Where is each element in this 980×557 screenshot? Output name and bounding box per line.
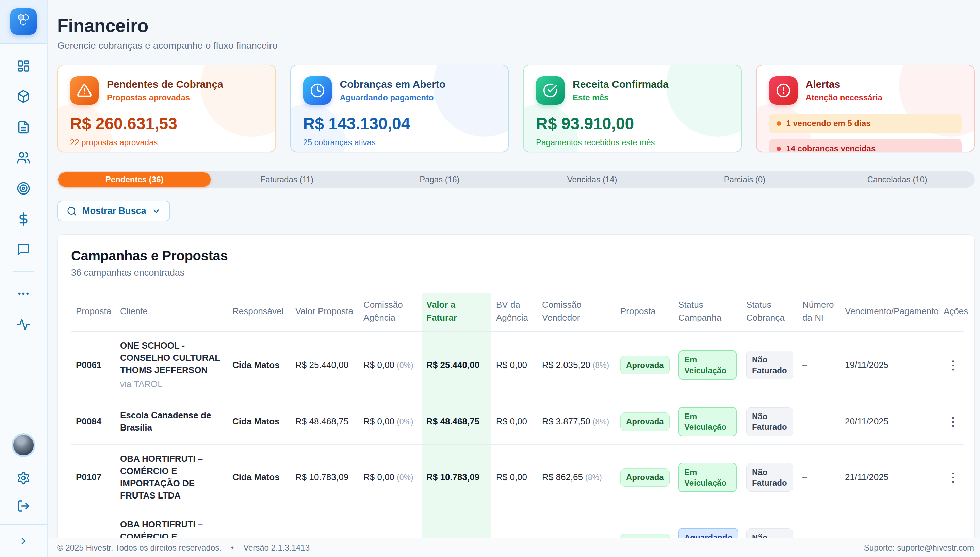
cell-responsavel: Cida Matos — [228, 510, 291, 538]
cell-valor_proposta: R$ 25.440,00 — [291, 331, 359, 399]
comissao-vendedor: R$ 2.035,20 — [542, 360, 590, 370]
tab-pendentes[interactable]: Pendentes (36) — [58, 173, 211, 187]
show-search-button[interactable]: Mostrar Busca — [57, 200, 170, 221]
cell-valor_proposta: R$ 48.468,75 — [291, 399, 359, 445]
cell-cliente: OBA HORTIFRUTI – COMÉRCIO E IMPORTAÇÃO D… — [115, 445, 228, 510]
cell-valor_faturar: R$ 25.440,00 — [421, 331, 492, 399]
bv-agencia: R$ 0,00 — [496, 472, 527, 482]
valor-proposta: R$ 10.783,09 — [296, 472, 348, 482]
valor-a-faturar: R$ 48.468,75 — [426, 416, 479, 427]
footer: © 2025 Hivestr. Todos os direitos reserv… — [47, 538, 980, 557]
card-title: Pendentes de Cobrança — [107, 78, 223, 90]
bv-agencia: R$ 0,00 — [496, 360, 527, 370]
status-tabs: Pendentes (36)Faturadas (11)Pagas (16)Ve… — [57, 171, 975, 188]
cell-valor_faturar: R$ 48.468,75 — [421, 399, 492, 445]
danger-dot-icon — [776, 147, 781, 151]
valor-proposta: R$ 25.440,00 — [296, 360, 348, 370]
cell-status_campanha: Em Veiculação — [673, 445, 742, 510]
document-icon[interactable] — [17, 121, 30, 134]
client-name: OBA HORTIFRUTI – COMÉRCIO E IMPORTAÇÃO D… — [120, 519, 223, 538]
cell-vencimento: 21/11/2025 — [840, 445, 939, 510]
chevron-right-icon[interactable] — [18, 535, 29, 547]
clock-icon — [303, 76, 332, 105]
card-subtitle: Atenção necessária — [806, 93, 882, 103]
status-badge-proposta: Aprovada — [620, 534, 670, 538]
card-footer: 22 propostas aprovadas — [70, 138, 263, 147]
status-badge-campanha: Em Veiculação — [678, 407, 737, 436]
comissao-agencia-pct: (0%) — [397, 473, 413, 482]
cell-status_campanha: Aguardando Material — [673, 510, 742, 538]
settings-icon[interactable] — [17, 471, 30, 485]
card-value: R$ 260.631,53 — [70, 114, 263, 133]
alert-item-warning: 1 vencendo em 5 dias — [769, 114, 962, 133]
logout-icon[interactable] — [17, 499, 30, 513]
sidebar-bottom — [11, 433, 35, 524]
target-icon[interactable] — [17, 182, 30, 195]
column-header-numero_nf: Número da NF — [798, 293, 840, 331]
row-actions-button[interactable]: ⋮ — [944, 414, 963, 429]
dollar-icon[interactable] — [17, 212, 30, 226]
status-badge-campanha: Em Veiculação — [678, 463, 737, 492]
cell-status_campanha: Em Veiculação — [673, 399, 742, 445]
row-actions-button[interactable]: ⋮ — [944, 470, 963, 485]
row-actions-button[interactable]: ⋮ — [944, 536, 963, 538]
cell-status_cobranca: Não Faturado — [742, 331, 798, 399]
activity-icon[interactable] — [17, 318, 30, 331]
cell-comissao_agencia: R$ 0,00(0%) — [359, 445, 421, 510]
numero-nf: – — [802, 416, 807, 427]
card-title: Alertas — [806, 78, 882, 90]
app-logo[interactable] — [10, 8, 37, 35]
status-badge-campanha: Em Veiculação — [678, 350, 737, 379]
card-subtitle: Este mês — [573, 93, 669, 103]
cell-comissao_vendedor: R$ 862,64(8%) — [537, 510, 616, 538]
bv-agencia: R$ 0,00 — [496, 416, 527, 427]
sidebar-collapse-zone — [0, 524, 47, 557]
hexagons-logo-icon — [15, 13, 32, 30]
proposta-id: P0061 — [76, 360, 101, 370]
cell-responsavel: Cida Matos — [228, 445, 291, 510]
tab-vencidas[interactable]: Vencidas (14) — [516, 173, 668, 187]
cell-numero_nf: – — [798, 331, 840, 399]
users-icon[interactable] — [17, 151, 30, 164]
comissao-agencia: R$ 0,00 — [363, 472, 394, 482]
status-badge-proposta: Aprovada — [620, 412, 670, 430]
campaigns-table: PropostaClienteResponsávelValor Proposta… — [71, 293, 964, 538]
tab-faturadas[interactable]: Faturadas (11) — [211, 173, 363, 187]
vencimento-date: 20/11/2025 — [845, 416, 889, 427]
numero-nf: – — [802, 360, 807, 370]
chat-icon[interactable] — [17, 243, 30, 256]
valor-proposta: R$ 48.468,75 — [296, 416, 348, 427]
alert-text: 1 vencendo em 5 dias — [786, 119, 871, 128]
tab-canceladas[interactable]: Canceladas (10) — [821, 173, 973, 187]
cell-acoes: ⋮ — [939, 445, 964, 510]
column-header-valor_faturar: Valor a Faturar — [421, 293, 492, 331]
cell-numero_nf: – — [798, 399, 840, 445]
card-value: R$ 143.130,04 — [303, 114, 496, 133]
chevron-down-icon — [152, 207, 161, 216]
valor-a-faturar: R$ 10.783,09 — [426, 472, 479, 482]
user-avatar[interactable] — [11, 433, 35, 457]
responsavel: Cida Matos — [232, 416, 280, 427]
card-footer: 25 cobranças ativas — [303, 138, 496, 147]
ellipsis-icon[interactable] — [17, 287, 30, 301]
cell-proposta_status: Aprovada — [616, 399, 673, 445]
cell-bv_agencia: R$ 0,00 — [492, 399, 537, 445]
cell-comissao_vendedor: R$ 2.035,20(8%) — [537, 331, 616, 399]
card-footer: Pagamentos recebidos este mês — [536, 138, 729, 147]
cell-acoes: ⋮ — [939, 331, 964, 399]
table-subtitle: 36 campanhas encontradas — [71, 268, 960, 278]
tab-pagas[interactable]: Pagas (16) — [363, 173, 516, 187]
sidebar — [0, 0, 47, 557]
comissao-vendedor: R$ 862,65 — [542, 472, 583, 482]
cell-cliente: Escola Canadense de Brasília — [115, 399, 228, 445]
row-actions-button[interactable]: ⋮ — [944, 358, 963, 373]
cell-vencimento: 21/12/2025 — [840, 510, 939, 538]
comissao-agencia-pct: (0%) — [397, 361, 413, 370]
tab-parciais[interactable]: Parciais (0) — [668, 173, 821, 187]
alert-triangle-icon — [70, 76, 99, 105]
page-header: Financeiro Gerencie cobranças e acompanh… — [57, 15, 975, 51]
cell-proposta_status: Aprovada — [616, 445, 673, 510]
dashboard-icon[interactable] — [17, 59, 30, 73]
status-badge-cobranca: Não Faturado — [746, 350, 793, 379]
package-icon[interactable] — [17, 90, 30, 103]
